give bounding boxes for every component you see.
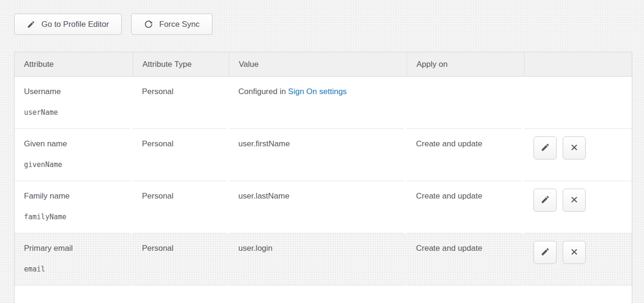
attribute-label: Username [24, 86, 130, 97]
table-row: Given name givenName Personal user.first… [15, 129, 632, 181]
attribute-cell: Username userName [15, 77, 130, 129]
attribute-type-cell: Personal [133, 129, 226, 181]
attribute-type: Personal [142, 86, 226, 97]
attribute-type-cell: Personal [133, 181, 226, 233]
column-header-value: Value [229, 52, 404, 76]
row-actions-cell: ✕ [524, 181, 632, 233]
delete-attribute-button[interactable]: ✕ [563, 136, 586, 159]
table-body: Username userName Personal Configured in… [15, 77, 632, 286]
pencil-icon [541, 247, 550, 258]
toolbar: Go to Profile Editor Force Sync [14, 14, 212, 35]
force-sync-label: Force Sync [159, 20, 200, 29]
apply-on-value: Create and update [416, 138, 521, 150]
sign-on-settings-link[interactable]: Sign On settings [288, 87, 347, 96]
attribute-label: Given name [24, 138, 130, 150]
force-sync-button[interactable]: Force Sync [131, 14, 212, 35]
row-actions-cell: ✕ [524, 129, 632, 181]
go-to-profile-editor-label: Go to Profile Editor [41, 20, 109, 29]
delete-attribute-button[interactable]: ✕ [563, 241, 586, 264]
column-header-attribute: Attribute [15, 52, 130, 76]
close-icon: ✕ [570, 195, 579, 205]
apply-on-cell: Create and update [407, 233, 521, 286]
attribute-cell: Family name familyName [15, 181, 130, 233]
edit-attribute-button[interactable] [534, 241, 557, 264]
column-header-apply-on: Apply on [407, 52, 521, 76]
attribute-variable-name: givenName [24, 160, 130, 169]
pencil-icon [541, 143, 550, 153]
apply-on-value: Create and update [416, 243, 521, 254]
column-header-actions [524, 52, 632, 76]
row-actions-cell [524, 77, 632, 129]
table-header: Attribute Attribute Type Value Apply on [15, 52, 632, 77]
table-row: Family name familyName Personal user.las… [15, 181, 632, 233]
attribute-label: Family name [24, 191, 130, 202]
apply-on-value: Create and update [416, 191, 521, 202]
value-text: user.lastName [238, 191, 290, 200]
apply-on-cell: Create and update [407, 129, 521, 181]
value-cell: user.firstName [229, 129, 404, 181]
refresh-icon [144, 20, 153, 29]
edit-attribute-button[interactable] [534, 136, 557, 159]
attribute-type-cell: Personal [133, 233, 226, 286]
attribute-type-cell: Personal [133, 77, 226, 129]
attribute-mappings-table: Attribute Attribute Type Value Apply on … [14, 52, 632, 303]
value-text: Configured in [238, 87, 288, 96]
value-cell: Configured in Sign On settings [229, 77, 404, 129]
attribute-variable-name: userName [24, 108, 130, 117]
delete-attribute-button[interactable]: ✕ [563, 189, 586, 212]
table-row: Username userName Personal Configured in… [15, 77, 632, 129]
value-cell: user.lastName [229, 181, 404, 233]
go-to-profile-editor-button[interactable]: Go to Profile Editor [14, 14, 122, 35]
table-row: Primary email email Personal user.login … [15, 233, 632, 286]
value-text: user.login [238, 244, 273, 253]
apply-on-cell [407, 77, 521, 129]
pencil-icon [541, 195, 550, 206]
attribute-type: Personal [142, 243, 226, 254]
attribute-type: Personal [142, 191, 226, 202]
attribute-cell: Primary email email [15, 233, 130, 286]
column-header-attribute-type: Attribute Type [133, 52, 226, 76]
row-actions-cell: ✕ [524, 233, 632, 286]
close-icon: ✕ [570, 143, 579, 153]
attribute-type: Personal [142, 138, 226, 150]
edit-attribute-button[interactable] [534, 189, 557, 212]
pencil-icon [27, 20, 35, 29]
value-cell: user.login [229, 233, 404, 286]
attribute-label: Primary email [24, 243, 130, 254]
value-text: user.firstName [238, 139, 290, 148]
close-icon: ✕ [570, 247, 579, 257]
table-row-partial [15, 286, 632, 303]
attribute-cell: Given name givenName [15, 129, 130, 181]
attribute-variable-name: familyName [24, 213, 130, 221]
apply-on-cell: Create and update [407, 181, 521, 233]
attribute-variable-name: email [24, 265, 130, 273]
